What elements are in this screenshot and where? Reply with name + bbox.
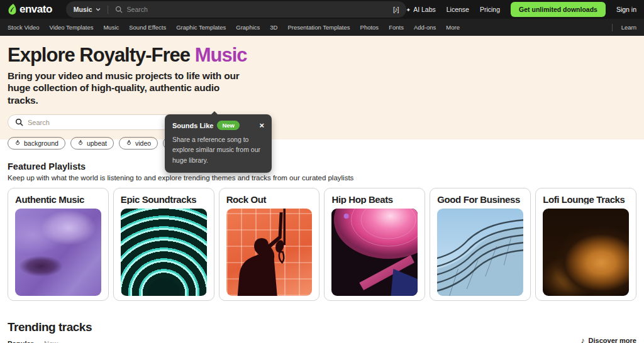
turntable <box>331 209 418 296</box>
tooltip-header: Sounds Like New × <box>172 121 264 130</box>
envato-logo[interactable]: envato <box>8 3 52 16</box>
topbar-link-ai-labs[interactable]: ✦AI Labs <box>406 6 436 13</box>
playlist-card-rock-out[interactable]: Rock Out <box>219 188 320 301</box>
playlist-title: Rock Out <box>226 195 313 204</box>
title-prefix: Explore Royalty-Free <box>8 44 195 66</box>
close-icon[interactable]: × <box>259 121 264 129</box>
playlist-title: Good For Business <box>437 195 523 204</box>
topbar-right: ✦AI LabsLicensePricing Get unlimited dow… <box>406 2 636 17</box>
playlist-title: Hip Hop Beats <box>331 195 418 204</box>
nav-item-graphics[interactable]: Graphics <box>236 24 260 31</box>
nav-item-stock-video[interactable]: Stock Video <box>8 24 40 31</box>
featured-playlists-subtitle: Keep up with what the world is listening… <box>8 174 636 182</box>
topbar: envato Music [♪] ✦AI LabsLicensePricing … <box>0 0 644 19</box>
main-nav: Stock VideoVideo TemplatesMusicSound Eff… <box>0 19 644 36</box>
flame-icon <box>126 139 132 147</box>
topbar-link-license[interactable]: License <box>447 6 469 13</box>
playlist-title: Authentic Music <box>15 195 101 204</box>
trending-tabs: PopularNew <box>8 340 636 343</box>
teal-neon-arches-image <box>121 209 207 296</box>
get-unlimited-downloads-button[interactable]: Get unlimited downloads <box>511 2 606 17</box>
playlist-card-lofi-lounge-tracks[interactable]: Lofi Lounge Tracks <box>535 188 636 301</box>
topbar-search-bar: Music [♪] <box>66 1 406 18</box>
singer-silhouette <box>226 209 313 296</box>
hero-subtitle: Bring your video and music projects to l… <box>8 70 248 106</box>
nav-items: Stock VideoVideo TemplatesMusicSound Eff… <box>8 24 460 31</box>
title-highlight: Music <box>195 44 247 66</box>
nav-item-graphic-templates[interactable]: Graphic Templates <box>176 24 226 31</box>
category-dropdown[interactable]: Music <box>74 6 101 13</box>
envato-leaf-icon <box>8 4 17 15</box>
search-icon <box>15 118 23 126</box>
sign-in-link[interactable]: Sign in <box>616 6 636 13</box>
hero-section: Explore Royalty-Free Music Bring your vi… <box>0 36 644 139</box>
chevron-down-icon <box>96 8 101 11</box>
page: envato Music [♪] ✦AI LabsLicensePricing … <box>0 0 644 343</box>
curved-glass-building-image <box>437 209 523 296</box>
topbar-links: ✦AI LabsLicensePricing <box>406 6 500 13</box>
flame-icon <box>77 139 84 147</box>
topbar-link-label: License <box>447 6 469 13</box>
playlist-title: Lofi Lounge Tracks <box>543 195 629 204</box>
search-icon <box>115 6 123 13</box>
nav-item-presentation-templates[interactable]: Presentation Templates <box>287 24 350 31</box>
tag-pill-video[interactable]: video <box>119 137 158 150</box>
nav-item-video-templates[interactable]: Video Templates <box>50 24 94 31</box>
topbar-search-input[interactable] <box>127 6 393 13</box>
trending-tab-popular[interactable]: Popular <box>8 340 33 343</box>
nav-item-photos[interactable]: Photos <box>360 24 379 31</box>
nav-item-learn[interactable]: Learn <box>621 24 636 31</box>
topbar-link-pricing[interactable]: Pricing <box>480 6 500 13</box>
nav-right: Learn <box>612 24 636 31</box>
featured-playlists-section: Featured Playlists Keep up with what the… <box>0 139 644 301</box>
discover-more-link[interactable]: ♪ Discover more <box>581 336 636 343</box>
tag-pill-background[interactable]: background <box>8 137 65 150</box>
page-title: Explore Royalty-Free Music <box>8 45 636 65</box>
tooltip-title: Sounds Like <box>172 122 213 129</box>
sleeping-cat-image <box>543 209 629 296</box>
sounds-like-tooltip: Sounds Like New × Share a reference song… <box>165 114 272 173</box>
pink-turntable-image <box>331 209 418 296</box>
playlist-card-good-for-business[interactable]: Good For Business <box>430 188 531 301</box>
playlist-card-authentic-music[interactable]: Authentic Music <box>8 188 109 301</box>
flame-icon <box>14 139 21 147</box>
topbar-link-label: AI Labs <box>413 6 436 13</box>
divider <box>108 6 108 14</box>
tag-label: upbeat <box>87 139 107 147</box>
nav-item-more[interactable]: More <box>446 24 460 31</box>
playlist-title: Epic Soundtracks <box>121 195 207 204</box>
purple-paint-swirl-image <box>15 209 101 296</box>
rock-singer-silhouette-image <box>226 209 313 296</box>
sounds-like-icon[interactable]: [♪] <box>393 6 399 13</box>
trending-tracks-title: Trending tracks <box>8 320 636 334</box>
topbar-link-label: Pricing <box>480 6 500 13</box>
logo-text: envato <box>19 3 52 16</box>
nav-item-music[interactable]: Music <box>103 24 119 31</box>
trending-tracks-section: Trending tracks PopularNew ♪ Discover mo… <box>0 301 644 343</box>
category-dropdown-label: Music <box>74 6 92 13</box>
divider <box>612 24 613 31</box>
tag-label: background <box>24 139 58 147</box>
curved-building <box>437 209 523 296</box>
tooltip-body: Share a reference song to explore simila… <box>172 134 264 165</box>
nav-item-sound-effects[interactable]: Sound Effects <box>129 24 166 31</box>
playlist-cards: Authentic Music Epic Soundtracks Rock Ou… <box>8 188 636 301</box>
tag-pill-upbeat[interactable]: upbeat <box>70 137 114 150</box>
playlist-card-hip-hop-beats[interactable]: Hip Hop Beats <box>324 188 425 301</box>
new-badge: New <box>217 121 240 130</box>
nav-item-fonts[interactable]: Fonts <box>389 24 404 31</box>
playlist-card-epic-soundtracks[interactable]: Epic Soundtracks <box>113 188 214 301</box>
hero-search-input[interactable] <box>28 119 187 126</box>
tag-label: video <box>135 139 151 147</box>
trending-tab-new[interactable]: New <box>44 340 58 343</box>
sparkle-icon: ✦ <box>406 7 411 13</box>
nav-item-add-ons[interactable]: Add-ons <box>414 24 436 31</box>
featured-playlists-title: Featured Playlists <box>8 161 636 172</box>
music-note-icon: ♪ <box>581 336 585 343</box>
nav-item-3d[interactable]: 3D <box>270 24 277 31</box>
discover-more-label: Discover more <box>589 337 636 343</box>
